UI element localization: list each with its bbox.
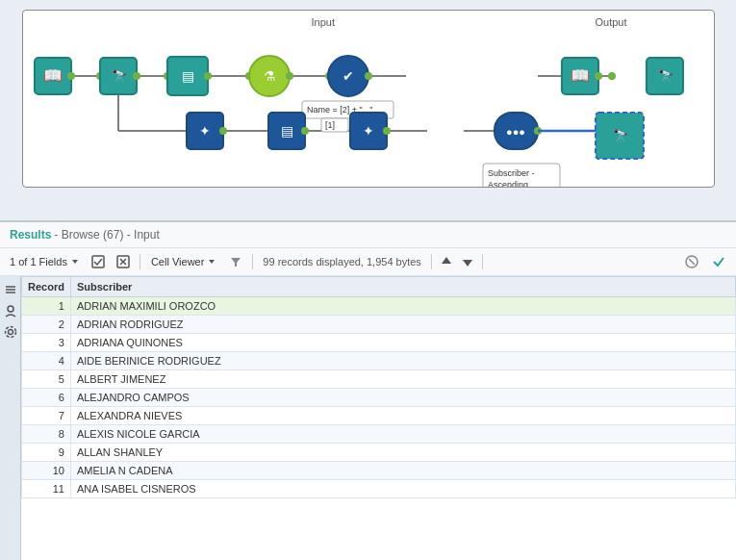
svg-point-47 [383,127,391,135]
workflow-box: Input Output [22,10,715,188]
cell-subscriber: ALLAN SHANLEY [70,444,735,462]
cell-record: 9 [22,444,71,462]
results-subtitle: - Browse (67) - Input [54,228,159,242]
sort-asc-icon [440,255,453,268]
confirm-icon [711,254,726,269]
settings-side-icon [4,325,17,339]
list-side-icon [4,283,17,296]
fields-dropdown[interactable]: 1 of 1 Fields [6,254,84,269]
svg-text:✦: ✦ [199,123,211,139]
results-title: Results [10,228,51,242]
viewer-chevron-icon [207,257,216,267]
toolbar: 1 of 1 Fields [0,248,736,276]
x-icon [116,255,130,268]
cell-subscriber: ALEJANDRO CAMPOS [70,389,735,407]
chevron-down-icon [70,257,80,267]
main-container: Input Output [0,0,736,560]
table-row: 7ALEXANDRA NIEVES [22,407,736,425]
cell-record: 4 [22,352,71,370]
table-row: 2ADRIAN RODRIGUEZ [22,316,736,334]
settings-icon[interactable] [3,324,18,340]
cancel-icon-btn[interactable] [680,252,703,271]
svg-text:[1]: [1] [325,120,335,130]
records-info: 99 records displayed, 1,954 bytes [263,256,421,267]
svg-marker-71 [463,260,472,267]
cell-subscriber: ANA ISABEL CISNEROS [70,480,735,498]
svg-marker-69 [231,258,241,267]
svg-text:✦: ✦ [363,123,374,139]
svg-text:📖: 📖 [43,66,63,85]
cell-subscriber: AMELIA N CADENA [70,462,735,480]
cell-record: 11 [22,480,71,498]
table-row: 11ANA ISABEL CISNEROS [22,480,736,498]
table-row: 8ALEXIS NICOLE GARCIA [22,425,736,444]
list-icon[interactable] [3,282,18,297]
viewer-dropdown[interactable]: Cell Viewer [146,254,221,269]
toolbar-divider-1 [140,254,140,269]
cell-record: 6 [22,389,71,407]
svg-point-22 [133,72,140,80]
sort-asc-btn[interactable] [438,253,455,270]
table-row: 3ADRIANA QUINONES [22,334,736,352]
cell-record: 7 [22,407,71,425]
canvas-area: Input Output [0,0,736,221]
sort-desc-btn[interactable] [459,253,476,270]
table-row: 6ALEJANDRO CAMPOS [22,389,736,407]
svg-point-79 [5,327,15,338]
cell-subscriber: AIDE BERINICE RODRIGUEZ [70,352,735,370]
svg-point-34 [365,72,372,80]
cell-record: 10 [22,462,71,480]
cell-subscriber: ALEXIS NICOLE GARCIA [70,425,735,444]
svg-point-44 [301,127,309,135]
table-row: 4AIDE BERINICE RODRIGUEZ [22,352,736,370]
cell-record: 3 [22,334,71,352]
svg-text:🔭: 🔭 [110,68,127,85]
svg-point-18 [67,72,75,80]
svg-marker-68 [209,260,215,264]
svg-text:🔭: 🔭 [656,68,673,85]
svg-point-30 [286,72,293,80]
cell-record: 1 [22,297,71,316]
svg-text:●●●: ●●● [506,126,525,138]
fields-label: 1 of 1 Fields [10,256,67,267]
filter-btn[interactable] [225,253,246,270]
profile-icon[interactable] [3,303,18,318]
svg-text:▤: ▤ [181,68,193,84]
viewer-label: Cell Viewer [151,256,204,267]
svg-text:Subscriber -: Subscriber - [488,168,535,178]
svg-point-78 [8,330,13,335]
col-header-record: Record [22,277,71,297]
toolbar-right [680,252,730,271]
side-panel [0,276,21,560]
svg-text:🔭: 🔭 [611,128,628,144]
deselect-btn[interactable] [113,253,134,270]
svg-point-54 [608,72,616,80]
col-header-subscriber: Subscriber [70,277,735,297]
table-row: 1ADRIAN MAXIMILI OROZCO [22,297,736,316]
svg-marker-70 [442,257,451,264]
toolbar-divider-2 [252,254,253,269]
svg-point-26 [204,72,212,80]
table-body: 1ADRIAN MAXIMILI OROZCO2ADRIAN RODRIGUEZ… [22,297,736,498]
table-row: 9ALLAN SHANLEY [22,444,736,462]
confirm-btn[interactable] [707,252,730,271]
cell-subscriber: ALEXANDRA NIEVES [70,407,735,425]
toolbar-divider-3 [431,254,432,269]
filter-icon [229,255,242,268]
svg-rect-64 [92,256,104,267]
select-all-btn[interactable] [88,253,109,270]
results-panel: Results - Browse (67) - Input 1 of 1 Fie… [0,221,736,560]
data-table: Record Subscriber 1ADRIAN MAXIMILI OROZC… [21,276,736,498]
cell-subscriber: ADRIANA QUINONES [70,334,735,352]
svg-text:▤: ▤ [280,123,292,139]
check-icon [91,255,105,268]
svg-text:⚗: ⚗ [263,68,275,84]
cell-subscriber: ADRIAN MAXIMILI OROZCO [70,297,735,316]
svg-text:Ascending: Ascending [488,180,528,187]
cell-record: 2 [22,316,71,334]
cell-subscriber: ADRIAN RODRIGUEZ [70,316,735,334]
no-icon [684,254,699,269]
table-row: 5ALBERT JIMENEZ [22,370,736,389]
profile-side-icon [4,304,17,318]
svg-text:✔: ✔ [343,68,354,84]
